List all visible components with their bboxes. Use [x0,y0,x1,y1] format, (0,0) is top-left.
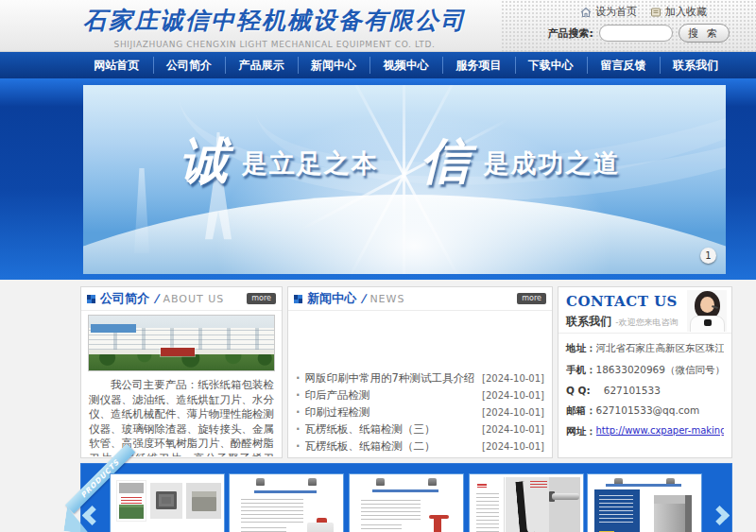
banner-slide[interactable]: 诚 是立足之本 信 是成功之道 1 [83,85,726,274]
search-button[interactable]: 搜 索 [679,24,730,43]
page: { "header": { "company_name_cn": "石家庄诚信中… [0,0,756,532]
about-title-en: ABOUT US [163,293,224,305]
add-favorite-link[interactable]: 加入收藏 [650,5,707,19]
news-list-item[interactable]: · 印刷过程检测 [2024-10-01] [296,403,544,420]
carousel-next-arrow[interactable] [710,506,730,525]
search-input[interactable] [599,25,673,42]
products-carousel: PRODUCTS [80,463,732,532]
bookmark-icon [650,7,662,18]
search-label: 产品搜索: [548,26,593,41]
nav-item-video[interactable]: 视频中心 [369,52,442,78]
news-title-en: NEWS [369,293,404,305]
binder-clip-icon [256,478,265,486]
product-card-5[interactable] [588,474,701,532]
customer-service-photo [687,290,727,332]
company-name-en: SHIJIAZHUANG CHENGXIN LIGHT MECHANICAL E… [83,40,466,49]
news-section: 新闻中心 / NEWS more · 网版印刷中常用的7种测试工具介绍 [202… [287,286,553,458]
binder-clip-icon [376,478,385,486]
product-image-1 [113,477,221,532]
nav-item-news[interactable]: 新闻中心 [298,52,370,78]
nav-item-feedback[interactable]: 留言反馈 [587,52,660,78]
nav-item-contact[interactable]: 联系我们 [660,52,732,78]
slogan-char-cheng: 诚 [180,131,229,189]
product-card-4[interactable] [470,474,583,532]
news-header: 新闻中心 / NEWS more [288,287,552,311]
set-homepage-label: 设为首页 [595,5,637,19]
add-favorite-label: 加入收藏 [665,5,707,19]
contact-email: 邮箱： 627101533@qq.com [566,404,724,418]
binder-clip-icon [308,478,317,486]
slogan-text-1: 是立足之本 [242,148,379,178]
about-intro-text: 我公司主要产品：纸张纸箱包装检测仪器、滤油纸、造纸烘缸刀片、水分仪、造纸机械配件… [81,373,282,456]
main-nav: 网站首页 公司简介 产品展示 新闻中心 视频中心 服务项目 下载中心 留言反馈 … [0,52,756,78]
header: 石家庄诚信中轻机械设备有限公司 SHIJIAZHUANG CHENGXIN LI… [0,0,756,52]
nav-item-services[interactable]: 服务项目 [442,52,515,78]
section-grid-icon [87,295,95,303]
product-card-3[interactable] [350,474,463,532]
nav-list: 网站首页 公司简介 产品展示 新闻中心 视频中心 服务项目 下载中心 留言反馈 … [80,52,756,78]
news-list-item[interactable]: · 网版印刷中常用的7种测试工具介绍 [2024-10-01] [296,369,544,386]
news-title-cn: 新闻中心 [307,290,356,307]
contact-website: 网址： http://www.cxpaper-making.com [566,425,724,438]
nav-item-downloads[interactable]: 下载中心 [515,52,588,78]
nav-item-about[interactable]: 公司简介 [153,52,226,78]
contact-address: 地址： 河北省石家庄高新区东区珠江大道49号 [566,342,724,355]
slogan-char-xin: 信 [421,131,470,189]
logo: 石家庄诚信中轻机械设备有限公司 SHIJIAZHUANG CHENGXIN LI… [83,5,466,49]
binder-clip-icon [428,478,437,486]
product-image-4 [472,477,580,532]
product-image-3 [352,477,460,532]
contact-header: CONTACT US 联系我们 -欢迎您来电咨询 [558,287,731,334]
home-icon [580,7,592,18]
banner-slogan: 诚 是立足之本 信 是成功之道 [83,129,726,195]
banner-pagination-dot[interactable]: 1 [700,248,716,264]
contact-section: CONTACT US 联系我们 -欢迎您来电咨询 地址： 河北省石家庄高新区东区… [558,286,732,458]
contact-subtitle: -欢迎您来电咨询 [615,317,678,327]
product-image-5 [591,477,698,532]
news-featured-empty [288,311,552,369]
carousel-prev-arrow[interactable] [82,506,102,525]
contact-phone: 手机： 18633020969（微信同号） [566,364,724,377]
about-header: 公司简介 / ABOUT US more [81,287,282,311]
news-list-item[interactable]: · 印后产品检测 [2024-10-01] [296,386,544,403]
product-card-2[interactable] [230,474,343,532]
news-more-button[interactable]: more [517,293,546,304]
set-homepage-link[interactable]: 设为首页 [580,5,637,19]
about-section: 公司简介 / ABOUT US more 我公司主要产品：纸张纸箱包装检测仪器、… [80,286,283,458]
company-name-cn: 石家庄诚信中轻机械设备有限公司 [83,5,466,36]
contact-qq: Q Q: 627101533 [566,385,724,396]
about-more-button[interactable]: more [247,293,276,304]
product-card-1[interactable] [111,474,224,532]
contact-details: 地址： 河北省石家庄高新区东区珠江大道49号 手机： 18633020969（微… [558,334,731,438]
product-search: 产品搜索: 搜 索 [548,24,730,43]
website-link[interactable]: http://www.cxpaper-making.com [596,425,725,438]
banner-region: 诚 是立足之本 信 是成功之道 1 [0,78,756,280]
product-image-2 [232,477,340,532]
factory-photo [88,315,275,371]
nav-item-products[interactable]: 产品展示 [225,52,298,78]
nav-item-home[interactable]: 网站首页 [80,52,153,78]
news-list-item[interactable]: · 瓦楞纸板、纸箱检测（二） [2024-10-01] [296,438,544,455]
about-title-cn: 公司简介 [100,290,149,307]
news-list-item[interactable]: · 瓦楞纸板、纸箱检测（三） [2024-10-01] [296,420,544,438]
slogan-text-2: 是成功之道 [483,148,620,178]
news-list: · 网版印刷中常用的7种测试工具介绍 [2024-10-01] · 印后产品检测… [288,369,552,455]
quick-links: 设为首页 加入收藏 [580,5,707,19]
section-grid-icon [294,295,302,303]
